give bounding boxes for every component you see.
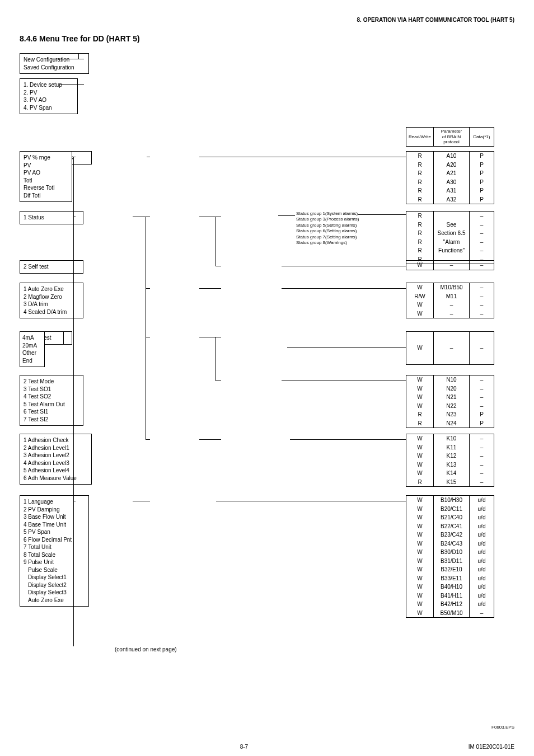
table-cell: P bbox=[470, 178, 494, 187]
table-cell: R bbox=[406, 229, 434, 238]
table-cell: B30/D10 bbox=[434, 548, 470, 557]
table-cell: M11 bbox=[434, 292, 470, 301]
table-cell: K12 bbox=[434, 452, 470, 461]
loop-test-options: 4mA 20mA Other End bbox=[20, 331, 45, 367]
table-cell: W bbox=[406, 261, 434, 270]
table-cell: R bbox=[406, 212, 434, 220]
table-cell: – bbox=[470, 283, 494, 292]
table-cell: R bbox=[406, 478, 434, 487]
list-item: 4 Scaled D/A trim bbox=[24, 308, 79, 316]
table-cell: P bbox=[470, 195, 494, 204]
table-cell: W bbox=[406, 548, 434, 557]
table-cell: W bbox=[406, 539, 434, 548]
eps-label: F0803.EPS bbox=[20, 725, 514, 730]
list-item: 5 PV Span bbox=[24, 528, 85, 536]
table-cell: "Alarm bbox=[434, 238, 470, 247]
table-cell: W bbox=[406, 332, 434, 365]
data-table-diagnosis: WK10–WK11–WK12–WK13–WK14–RK15– bbox=[406, 434, 494, 487]
data-table-adjustment: WM10/B50–R/WM11–W––W–– bbox=[406, 283, 494, 318]
table-cell: u/d bbox=[470, 513, 494, 522]
list-item: Display Select1 bbox=[24, 574, 85, 581]
table-cell: B24/C43 bbox=[434, 539, 470, 548]
table-cell: K14 bbox=[434, 469, 470, 478]
list-item: Status group 1(System alarms) bbox=[296, 211, 359, 217]
table-cell: R bbox=[406, 152, 434, 161]
table-cell: R bbox=[406, 419, 434, 428]
table-cell: – bbox=[470, 393, 494, 402]
list-item: Reverse Totl bbox=[24, 184, 68, 192]
list-item: 3. PV AO bbox=[24, 96, 74, 104]
table-cell: B40/H10 bbox=[434, 583, 470, 591]
table-cell: R bbox=[406, 410, 434, 419]
table-cell: W bbox=[406, 574, 434, 583]
table-cell: W bbox=[406, 600, 434, 609]
table-cell: M10/B50 bbox=[434, 283, 470, 292]
table-cell: P bbox=[470, 410, 494, 419]
list-item: Saved Configuration bbox=[24, 64, 85, 72]
list-item: 1. Device setup bbox=[24, 81, 74, 89]
table-cell: – bbox=[470, 292, 494, 301]
list-item: 2 PV Damping bbox=[24, 506, 85, 514]
table-cell: R bbox=[406, 161, 434, 170]
list-item: 6 Adh Measure Value bbox=[24, 475, 88, 482]
im-number: IM 01E20C01-01E bbox=[469, 744, 514, 750]
list-item: Other bbox=[22, 349, 42, 357]
table-cell: – bbox=[470, 375, 494, 384]
list-item: 1 Auto Zero Exe bbox=[24, 285, 79, 293]
table-cell: R bbox=[406, 195, 434, 204]
table-cell: P bbox=[470, 169, 494, 178]
table-cell: N23 bbox=[434, 410, 470, 419]
table-cell: – bbox=[470, 384, 494, 393]
table-cell: A32 bbox=[434, 195, 470, 204]
table-cell: A21 bbox=[434, 169, 470, 178]
table-cell: N20 bbox=[434, 384, 470, 393]
table-cell: N24 bbox=[434, 419, 470, 428]
list-item: Status group 8(Warnings) bbox=[296, 240, 359, 246]
table-cell: – bbox=[470, 212, 494, 220]
table-cell: W bbox=[406, 530, 434, 539]
data-table-looptest: W–– bbox=[406, 331, 494, 365]
table-cell: W bbox=[406, 591, 434, 600]
table-cell: K10 bbox=[434, 434, 470, 443]
process-variables-list: PV % rnge PV PV AO Totl Reverse Totl Dif… bbox=[20, 151, 72, 202]
table-cell: – bbox=[470, 452, 494, 461]
list-item: 5 Test Alarm Out bbox=[24, 401, 79, 408]
section-title: 8.4.6 Menu Tree for DD (HART 5) bbox=[20, 34, 514, 43]
table-cell: A20 bbox=[434, 161, 470, 170]
list-item: Dif Totl bbox=[24, 192, 68, 200]
list-item: 7 Total Unit bbox=[24, 543, 85, 551]
list-item: End bbox=[22, 357, 42, 365]
table-cell: K11 bbox=[434, 443, 470, 452]
menu-tree: Offline New Configuration Saved Configur… bbox=[20, 53, 514, 713]
list-item: 3 Test SO1 bbox=[24, 386, 79, 393]
table-cell: B42/H12 bbox=[434, 600, 470, 609]
table-cell: W bbox=[406, 309, 434, 318]
table-cell: – bbox=[434, 332, 470, 365]
table-cell: – bbox=[470, 332, 494, 365]
table-cell: R bbox=[406, 169, 434, 178]
diagnosis-list: 1 Adhesion Check 2 Adhesion Level1 3 Adh… bbox=[20, 434, 92, 485]
page-header: 8. OPERATION VIA HART COMMUNICATOR TOOL … bbox=[20, 17, 514, 23]
table-cell: A31 bbox=[434, 186, 470, 195]
data-table-header: Read/WriteParameter of BRAIN protocolDat… bbox=[406, 127, 494, 147]
list-item: Status group 3(Process alarms) bbox=[296, 217, 359, 222]
list-item: 1 Language bbox=[24, 498, 85, 506]
list-item: PV % rnge bbox=[24, 154, 68, 162]
table-cell: W bbox=[406, 565, 434, 574]
table-cell: u/d bbox=[470, 574, 494, 583]
table-cell: W bbox=[406, 283, 434, 292]
table-cell: – bbox=[470, 402, 494, 411]
table-cell: – bbox=[470, 246, 494, 255]
table-cell: – bbox=[470, 434, 494, 443]
table-cell: u/d bbox=[470, 505, 494, 514]
list-item: 4 Adhesion Level3 bbox=[24, 459, 88, 467]
table-cell: R bbox=[406, 186, 434, 195]
table-cell: – bbox=[470, 309, 494, 318]
list-item: New Configuration bbox=[24, 56, 85, 64]
table-cell: B32/E10 bbox=[434, 565, 470, 574]
table-cell: u/d bbox=[470, 583, 494, 591]
table-cell: K13 bbox=[434, 461, 470, 469]
table-cell: B31/D11 bbox=[434, 557, 470, 566]
table-cell: N22 bbox=[434, 402, 470, 411]
data-table-easy: WB10/H30u/dWB20/C11u/dWB21/C40u/dWB22/C4… bbox=[406, 495, 494, 618]
